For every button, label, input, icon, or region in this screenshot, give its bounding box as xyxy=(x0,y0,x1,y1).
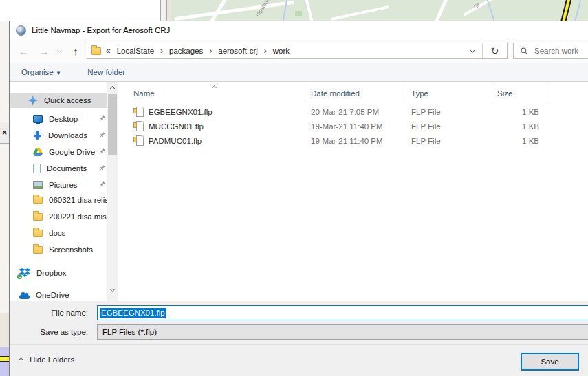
sidebar-item-label: Downloads xyxy=(48,131,87,140)
chevron-up-icon xyxy=(19,357,23,362)
search-icon xyxy=(521,47,528,55)
file-row[interactable]: PADMUC01.flp 19-Mar-21 11:40 PM FLP File… xyxy=(118,133,588,148)
chevron-up-icon xyxy=(110,86,115,91)
sidebar-item-label: Google Drive xyxy=(49,148,95,156)
background-left-panel: × xyxy=(0,21,9,376)
sidebar-item-downloads[interactable]: Downloads xyxy=(10,128,107,143)
new-folder-button[interactable]: New folder xyxy=(87,68,125,76)
sidebar-item-label: Screenshots xyxy=(49,245,93,254)
scroll-up-arrow[interactable] xyxy=(107,83,118,93)
forward-button[interactable]: → xyxy=(36,39,52,63)
organise-label: Organise xyxy=(21,68,54,76)
sidebar-item-label: Pictures xyxy=(49,181,78,189)
folder-icon xyxy=(33,230,43,237)
file-type: FLP File xyxy=(406,108,490,116)
column-header-date-modified[interactable]: Date modified xyxy=(307,85,406,102)
sidebar-item-dropbox[interactable]: Dropbox xyxy=(10,265,107,280)
hide-folders-button[interactable]: Hide Folders xyxy=(19,355,74,364)
up-button[interactable]: ↑ xyxy=(67,39,84,63)
map-road xyxy=(331,5,389,21)
sidebar-item-label: docs xyxy=(49,229,65,237)
pin-icon[interactable] xyxy=(98,181,106,189)
search-box[interactable] xyxy=(513,43,588,59)
sidebar-item-label: Quick access xyxy=(44,96,91,104)
sidebar-item-folder-200221[interactable]: 200221 disa misc xyxy=(10,209,107,224)
pin-icon[interactable] xyxy=(98,131,106,140)
file-name-label: File name: xyxy=(10,305,94,320)
flp-file-icon xyxy=(133,135,144,146)
file-rows: EGBEEGNX01.flp 20-Mar-21 7:05 PM FLP Fil… xyxy=(118,104,588,148)
search-input[interactable] xyxy=(534,47,588,55)
background-map: mpstone Gr xyxy=(0,0,588,21)
pin-icon[interactable] xyxy=(98,164,106,173)
back-button[interactable]: ← xyxy=(15,39,32,63)
dialog-title: Little Navmap - Export for Aerosoft CRJ xyxy=(32,26,170,34)
folder-icon xyxy=(33,197,43,204)
dialog-content: Quick access Desktop Downloads Google Dr… xyxy=(10,82,588,301)
file-date: 20-Mar-21 7:05 PM xyxy=(307,108,406,116)
refresh-button[interactable]: ↻ xyxy=(483,43,507,58)
file-size: 1 KB xyxy=(490,137,545,145)
folder-icon xyxy=(33,213,43,221)
save-as-type-select[interactable]: FLP Files (*.flp) xyxy=(97,324,588,340)
sidebar-scrollbar[interactable] xyxy=(107,82,118,301)
sidebar-item-documents[interactable]: Documents xyxy=(10,161,107,176)
breadcrumb-aerosoft-crj[interactable]: aerosoft-crj xyxy=(217,47,259,55)
map-highway-edge xyxy=(0,356,9,362)
column-header-name[interactable]: Name xyxy=(118,85,307,102)
file-size: 1 KB xyxy=(490,108,545,116)
recent-locations-button[interactable] xyxy=(54,39,65,63)
map-river xyxy=(486,0,497,21)
sidebar-item-label: 200221 disa misc xyxy=(49,212,107,221)
save-label: Save xyxy=(541,357,558,366)
onedrive-cloud-icon xyxy=(19,295,30,299)
save-as-type-label: Save as type: xyxy=(10,324,94,340)
quick-access-star-icon xyxy=(28,96,38,106)
save-as-type-value: FLP Files (*.flp) xyxy=(102,328,157,336)
splitter-handle[interactable] xyxy=(160,0,167,21)
map-place-label: mpstone xyxy=(254,0,272,18)
breadcrumb-work[interactable]: work xyxy=(272,47,291,55)
file-row[interactable]: MUCCGN01.flp 19-Mar-21 11:40 PM FLP File… xyxy=(118,119,588,133)
column-header-size[interactable]: Size xyxy=(490,85,545,102)
scrollbar-thumb[interactable] xyxy=(108,94,117,155)
map-area-lavender xyxy=(0,362,9,376)
sidebar-item-quick-access[interactable]: Quick access xyxy=(10,93,107,108)
organise-menu-button[interactable]: Organise ▾ xyxy=(21,68,60,76)
column-header-type[interactable]: Type xyxy=(406,85,490,102)
map-area-beige xyxy=(0,313,9,347)
sidebar-item-desktop[interactable]: Desktop xyxy=(10,111,107,126)
sidebar-item-label: Desktop xyxy=(49,115,78,123)
file-name: MUCCGN01.flp xyxy=(149,122,204,131)
breadcrumb-separator: › xyxy=(209,46,212,56)
sidebar-item-pictures[interactable]: Pictures xyxy=(10,177,107,192)
map-edge xyxy=(167,0,171,21)
address-bar[interactable]: « LocalState › packages › aerosoft-crj ›… xyxy=(87,43,508,59)
pin-icon[interactable] xyxy=(98,115,106,123)
pin-icon[interactable] xyxy=(98,148,106,156)
sidebar-item-folder-060321[interactable]: 060321 disa relist xyxy=(10,192,107,208)
scroll-down-arrow[interactable] xyxy=(107,285,118,296)
breadcrumb-localstate[interactable]: LocalState xyxy=(116,47,155,55)
folder-icon xyxy=(91,47,101,55)
map-canvas: mpstone Gr xyxy=(167,0,588,21)
sidebar-item-folder-screenshots[interactable]: Screenshots xyxy=(10,242,107,257)
address-dropdown-button[interactable] xyxy=(463,43,482,58)
navigation-sidebar: Quick access Desktop Downloads Google Dr… xyxy=(10,82,107,301)
flp-file-icon xyxy=(133,107,144,118)
save-button[interactable]: Save xyxy=(521,353,579,371)
file-type: FLP File xyxy=(406,122,490,131)
breadcrumb-packages[interactable]: packages xyxy=(168,47,204,55)
file-row[interactable]: EGBEEGNX01.flp 20-Mar-21 7:05 PM FLP Fil… xyxy=(118,104,588,119)
column-headers: Name Date modified Type Size xyxy=(118,85,588,102)
breadcrumb-separator: › xyxy=(160,46,163,56)
map-road xyxy=(433,0,449,21)
breadcrumb-overflow[interactable]: « xyxy=(106,46,111,56)
file-name-input[interactable]: EGBEEGNX01.flp xyxy=(97,305,588,320)
map-highway xyxy=(560,0,572,21)
sidebar-item-onedrive[interactable]: OneDrive xyxy=(10,287,107,302)
sidebar-item-google-drive[interactable]: Google Drive xyxy=(10,144,107,159)
panel-close-button[interactable]: × xyxy=(0,122,9,144)
sidebar-item-folder-docs[interactable]: docs xyxy=(10,225,107,241)
pictures-icon xyxy=(33,181,43,189)
